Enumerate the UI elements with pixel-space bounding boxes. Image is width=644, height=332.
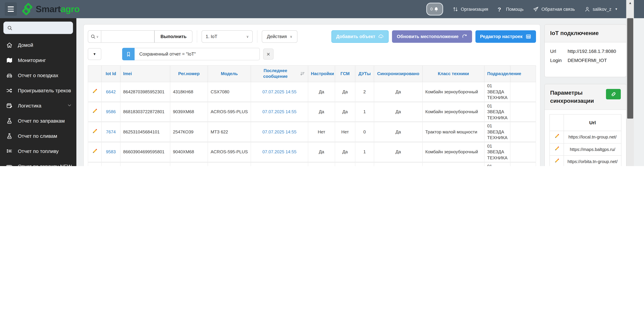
sidebar-item[interactable]: Логистика xyxy=(0,98,76,113)
filter-dropdown-button[interactable]: ▼ xyxy=(88,48,101,60)
cell-1: 532367623680132 xyxy=(120,162,170,166)
cell-6: Нет xyxy=(335,122,355,142)
page-scrollbar[interactable]: ▲ xyxy=(626,0,634,166)
notifications-button[interactable]: 0 xyxy=(426,3,443,16)
sidebar-item[interactable]: Отчет по заправкам xyxy=(0,113,76,128)
edit-cell xyxy=(88,82,101,102)
column-header[interactable]: Рег.номер xyxy=(170,65,208,82)
cell-4: 07.07.2025 14:55 xyxy=(251,162,308,166)
cell-1: 86818303722872801 xyxy=(120,102,170,122)
cell-5: Да xyxy=(308,142,335,162)
cell-10: 01 ЗВЕЗДА ТЕХНИКА xyxy=(484,142,510,162)
last-message-link[interactable]: 07.07.2025 14:55 xyxy=(262,149,296,154)
search-scope-button[interactable]: ∨ xyxy=(88,30,101,43)
last-message-link[interactable]: 07.07.2025 14:55 xyxy=(262,89,296,94)
query-input[interactable] xyxy=(101,30,154,43)
cell-6: Да xyxy=(335,102,355,122)
cell-8: Да xyxy=(374,142,422,162)
cell-4: 07.07.2025 14:55 xyxy=(251,122,308,142)
battery-icon xyxy=(6,163,13,166)
logo-text: Smartagro xyxy=(36,4,80,14)
navbar-item-label: salikov_z xyxy=(593,7,611,12)
iot-id-link[interactable]: 6642 xyxy=(106,89,116,94)
sidebar-item[interactable]: Домой xyxy=(0,37,76,53)
navbar-item-label: Обратная связь xyxy=(542,7,575,12)
column-header[interactable]: Синхронизировано xyxy=(374,65,422,82)
filter-bar: ▼ Сохраненный отчет = "IoT" ✕ xyxy=(88,48,536,60)
edit-row-button[interactable] xyxy=(92,128,98,134)
sidebar-item[interactable]: Отчет по сливам xyxy=(0,128,76,143)
scrollbar-up-arrow-icon[interactable]: ▲ xyxy=(626,1,634,5)
search-icon xyxy=(7,25,12,31)
remove-filter-button[interactable]: ✕ xyxy=(263,49,274,60)
update-location-label: Обновить местоположение xyxy=(397,34,458,39)
iot-objects-card: ∨ Выполнить 1. IoT ∨ Действия ∨ Добавить… xyxy=(84,24,540,166)
edit-row-button[interactable] xyxy=(92,88,98,94)
login-value: DEMOFERMI_IOT xyxy=(568,58,607,63)
cell-3: ACROS-595-PLUS xyxy=(208,162,251,166)
sidebar-item[interactable]: Отчет по топливу xyxy=(0,143,76,159)
navbar-item-user[interactable]: salikov_z▼ xyxy=(584,6,618,12)
cell-5: Да xyxy=(308,102,335,122)
iot-id-link[interactable]: 9583 xyxy=(106,149,116,154)
iot-id-link[interactable]: 9586 xyxy=(106,109,116,114)
edit-row-button[interactable] xyxy=(92,108,98,114)
navbar-item-swap[interactable]: Организация xyxy=(452,6,488,12)
sync-url-cell: https://orbita.tn-group.net/ xyxy=(564,156,621,166)
iot-id-link[interactable]: 7674 xyxy=(106,129,116,134)
actions-button[interactable]: Действия ∨ xyxy=(262,30,298,43)
column-header[interactable]: Iot Id xyxy=(101,65,120,82)
column-header[interactable]: Подразделение xyxy=(484,65,510,82)
cell-2: 9038ХМ68 xyxy=(170,162,208,166)
edit-row-button[interactable] xyxy=(92,148,98,154)
sync-link-button[interactable] xyxy=(606,89,621,99)
settings-editor-label: Редактор настроек xyxy=(480,34,522,39)
sidebar-item[interactable]: Отчет о поездках xyxy=(0,68,76,83)
sync-edit-cell xyxy=(550,143,564,156)
chevron-down-icon: ∨ xyxy=(246,35,249,38)
add-object-button[interactable]: Добавить объект xyxy=(332,30,389,43)
update-location-button[interactable]: Обновить местоположение xyxy=(392,30,472,43)
cell-2: 4318КН68 xyxy=(170,82,208,102)
column-header-sorted: Последнее сообщение xyxy=(254,68,305,80)
cell-0: 6642 xyxy=(101,82,120,102)
edit-cell xyxy=(88,162,101,166)
last-message-link[interactable]: 07.07.2025 14:55 xyxy=(262,129,296,134)
cell-6: Да xyxy=(335,162,355,166)
sync-params-panel: Параметры синхронизации Url xyxy=(544,84,626,166)
scrollbar-thumb[interactable] xyxy=(627,18,633,119)
sidebar-item[interactable]: Проигрыватель треков xyxy=(0,83,76,98)
sidebar-item[interactable]: Мониторинг xyxy=(0,53,76,68)
execute-button[interactable]: Выполнить xyxy=(154,30,193,43)
column-header[interactable]: Imei xyxy=(120,65,170,82)
report-select[interactable]: 1. IoT ∨ xyxy=(202,30,253,43)
sidebar-search-input[interactable] xyxy=(15,25,69,31)
hamburger-menu-button[interactable] xyxy=(5,2,17,16)
report-select-value: 1. IoT xyxy=(206,34,217,39)
sync-url-value: https://maps.baltgps.ru/ xyxy=(566,146,618,153)
table-row: 9583866039046995958019040ХМ68ACROS-595-P… xyxy=(88,142,536,162)
column-header[interactable]: Класс техники xyxy=(422,65,484,82)
navbar-item-send[interactable]: Обратная связь xyxy=(533,6,575,12)
last-message-link[interactable]: 07.07.2025 14:55 xyxy=(262,109,296,114)
sidebar-item[interactable]: Отчет по топливу NEW xyxy=(0,159,76,166)
saved-report-chip[interactable]: Сохраненный отчет = "IoT" xyxy=(122,48,260,60)
column-header[interactable]: ДУТы xyxy=(355,65,374,82)
sync-table-row: https://local.tn-group.net/ xyxy=(550,131,621,143)
cell-10: 01 ЗВЕЗДА ТЕХНИКА xyxy=(484,122,510,142)
app-logo: Smartagro xyxy=(21,3,80,16)
column-header[interactable]: Последнее сообщение xyxy=(251,65,308,82)
sidebar-search[interactable] xyxy=(3,22,73,34)
column-header[interactable]: Настройки xyxy=(308,65,335,82)
spacer-cell xyxy=(510,162,536,166)
sync-edit-button[interactable] xyxy=(554,133,560,139)
sync-url-value: https://local.tn-group.net/ xyxy=(566,134,618,140)
sync-edit-button[interactable] xyxy=(554,146,560,151)
column-header[interactable]: ГСМ xyxy=(335,65,355,82)
sidebar-item-label: Отчет о поездках xyxy=(18,72,72,78)
navbar-item-question[interactable]: ?Помощь xyxy=(498,6,524,12)
bell-icon xyxy=(434,7,439,12)
column-header[interactable]: Модель xyxy=(208,65,251,82)
settings-editor-button[interactable]: Редактор настроек xyxy=(476,30,536,43)
sync-edit-button[interactable] xyxy=(554,158,560,163)
